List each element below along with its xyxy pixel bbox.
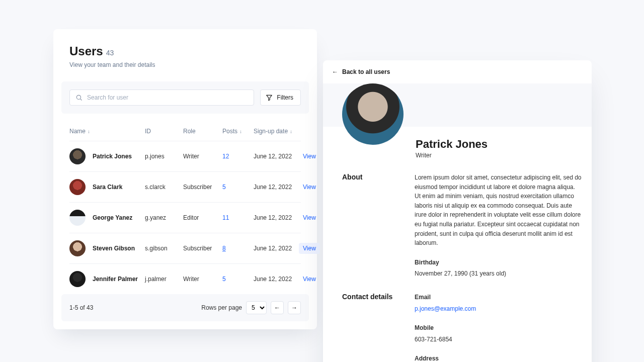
- back-label: Back to all users: [342, 68, 390, 75]
- page-subtitle: View your team and their details: [69, 61, 301, 68]
- birthday-value: November 27, 1990 (31 years old): [415, 269, 582, 279]
- view-user-link[interactable]: View: [299, 182, 320, 193]
- detail-name: Patrick Jones: [416, 127, 582, 151]
- cell-role: Subscriber: [183, 245, 222, 252]
- cell-id: j.palmer: [145, 276, 183, 283]
- col-name-label: Name: [69, 128, 86, 135]
- mobile-value: 603-721-6854: [415, 335, 582, 344]
- mobile-label: Mobile: [415, 323, 582, 333]
- sort-down-icon: ↓: [290, 129, 292, 134]
- email-label: Email: [415, 293, 582, 302]
- table-row: George Yanez g.yanez Editor 11 June 12, …: [69, 202, 301, 233]
- view-user-link[interactable]: View: [299, 212, 320, 223]
- cell-signup: June 12, 2022: [254, 276, 299, 283]
- cell-id: s.clarck: [145, 184, 183, 191]
- table-row: Sara Clark s.clarck Subscriber 5 June 12…: [69, 171, 301, 202]
- toolbar: Filters: [61, 81, 309, 114]
- avatar: [69, 240, 86, 256]
- filter-icon: [266, 94, 273, 101]
- arrow-left-icon: ←: [332, 68, 338, 75]
- pager: 1-5 of 43 Rows per page 5 ← →: [61, 294, 309, 321]
- detail-role: Writer: [416, 152, 582, 159]
- posts-link[interactable]: 5: [222, 276, 226, 283]
- table-row: Steven Gibson s.gibson Subscriber 8 June…: [69, 233, 301, 263]
- cell-id: s.gibson: [145, 245, 183, 252]
- cell-signup: June 12, 2022: [254, 184, 299, 191]
- cell-role: Writer: [183, 153, 222, 160]
- cell-name: Jennifer Palmer: [93, 276, 145, 283]
- rows-per-page-label: Rows per page: [201, 304, 242, 311]
- cell-role: Subscriber: [183, 184, 222, 191]
- cell-name: Patrick Jones: [93, 153, 145, 160]
- svg-line-1: [80, 99, 82, 101]
- contact-heading: Contact details: [342, 293, 415, 362]
- col-name[interactable]: Name ↓: [69, 128, 145, 135]
- avatar: [69, 210, 86, 226]
- col-id[interactable]: ID: [145, 128, 183, 135]
- about-text: Lorem ipsum dolor sit amet, consectetur …: [415, 173, 582, 248]
- cell-role: Writer: [183, 276, 222, 283]
- col-signup-label: Sign-up date: [254, 128, 288, 135]
- avatar: [69, 148, 86, 164]
- page-title: Users: [69, 44, 103, 58]
- search-icon: [75, 94, 83, 101]
- address-label: Address: [415, 354, 582, 362]
- back-button[interactable]: ← Back to all users: [323, 60, 592, 83]
- cell-name: Sara Clark: [93, 184, 145, 191]
- table-row: Patrick Jones p.jones Writer 12 June 12,…: [69, 141, 301, 171]
- posts-link[interactable]: 12: [222, 153, 229, 160]
- about-heading: About: [342, 173, 415, 279]
- avatar: [69, 179, 86, 195]
- view-user-link[interactable]: View: [299, 243, 320, 254]
- posts-link[interactable]: 5: [222, 184, 226, 191]
- col-role[interactable]: Role: [183, 128, 222, 135]
- cell-id: g.yanez: [145, 214, 183, 221]
- view-user-link[interactable]: View: [299, 151, 320, 162]
- user-detail-card: ← Back to all users Patrick Jones Writer…: [323, 60, 592, 362]
- cell-id: p.jones: [145, 153, 183, 160]
- col-posts[interactable]: Posts ↓: [222, 128, 254, 135]
- cell-role: Editor: [183, 214, 222, 221]
- cell-signup: June 12, 2022: [254, 245, 299, 252]
- col-signup[interactable]: Sign-up date ↓: [254, 128, 299, 135]
- arrow-left-icon: ←: [274, 304, 280, 311]
- sort-down-icon: ↓: [239, 129, 242, 134]
- table-row: Jennifer Palmer j.palmer Writer 5 June 1…: [69, 263, 301, 294]
- filters-button[interactable]: Filters: [260, 89, 301, 106]
- avatar: [69, 271, 86, 287]
- cell-name: George Yanez: [93, 214, 145, 221]
- posts-link[interactable]: 11: [222, 214, 229, 221]
- col-posts-label: Posts: [222, 128, 237, 135]
- rows-per-page-select[interactable]: 5: [246, 301, 267, 314]
- posts-link[interactable]: 8: [222, 245, 226, 252]
- user-count-badge: 43: [106, 49, 114, 57]
- filters-label: Filters: [277, 94, 293, 101]
- avatar: [342, 83, 404, 145]
- arrow-right-icon: →: [291, 304, 297, 311]
- pager-range: 1-5 of 43: [69, 304, 93, 311]
- cell-signup: June 12, 2022: [254, 153, 299, 160]
- svg-marker-2: [267, 95, 272, 101]
- next-page-button[interactable]: →: [288, 301, 301, 314]
- users-card: Users 43 View your team and their detail…: [53, 29, 317, 329]
- prev-page-button[interactable]: ←: [271, 301, 284, 314]
- email-link[interactable]: p.jones@example.com: [415, 305, 476, 312]
- view-user-link[interactable]: View: [299, 274, 320, 285]
- cell-name: Steven Gibson: [93, 245, 145, 252]
- search-input[interactable]: [69, 89, 254, 106]
- sort-down-icon: ↓: [88, 129, 90, 134]
- cell-signup: June 12, 2022: [254, 214, 299, 221]
- birthday-label: Birthday: [415, 258, 582, 267]
